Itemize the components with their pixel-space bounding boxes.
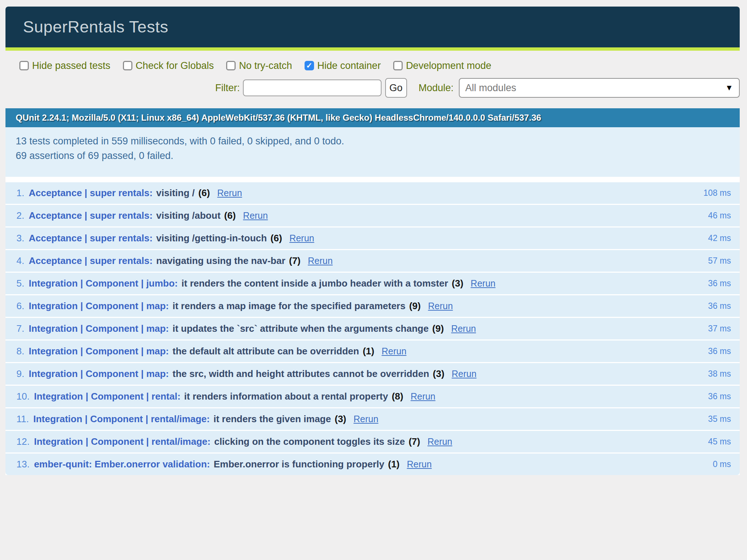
rerun-link[interactable]: Rerun bbox=[382, 346, 406, 357]
assertion-counts: (3) bbox=[433, 368, 445, 380]
test-number: 13. bbox=[16, 459, 30, 470]
checkbox-checked-icon[interactable]: ✓ bbox=[305, 61, 314, 70]
test-runtime: 36 ms bbox=[708, 301, 731, 311]
rerun-link[interactable]: Rerun bbox=[243, 210, 268, 221]
test-runtime: 46 ms bbox=[708, 211, 731, 221]
checkbox-label: No try-catch bbox=[239, 60, 292, 71]
module-label: Module: bbox=[419, 82, 454, 94]
test-runtime: 45 ms bbox=[708, 437, 731, 447]
checkbox-unchecked-icon[interactable] bbox=[123, 61, 132, 70]
module-name: Integration | Component | map: bbox=[29, 323, 169, 334]
rerun-link[interactable]: Rerun bbox=[471, 278, 495, 289]
checkbox-label: Check for Globals bbox=[136, 60, 214, 71]
user-agent-text: QUnit 2.24.1; Mozilla/5.0 (X11; Linux x8… bbox=[16, 113, 541, 123]
rerun-link[interactable]: Rerun bbox=[217, 188, 242, 198]
assertion-counts: (3) bbox=[452, 278, 464, 289]
page-header: SuperRentals Tests bbox=[5, 7, 740, 47]
filter-input[interactable] bbox=[243, 79, 382, 96]
rerun-link[interactable]: Rerun bbox=[428, 301, 453, 311]
test-number: 4. bbox=[16, 255, 24, 267]
test-name: visiting /about bbox=[156, 210, 220, 221]
go-button[interactable]: Go bbox=[385, 78, 407, 98]
module-name: Integration | Component | map: bbox=[29, 300, 169, 312]
test-row[interactable]: 13.ember-qunit: Ember.onerror validation… bbox=[5, 454, 740, 475]
test-name: it renders a map image for the specified… bbox=[173, 300, 406, 312]
test-number: 7. bbox=[16, 323, 24, 334]
assertion-counts: (6) bbox=[198, 187, 210, 199]
module-name: Acceptance | super rentals: bbox=[29, 210, 153, 221]
qunit-toolbar: Hide passed testsCheck for GlobalsNo try… bbox=[5, 51, 740, 108]
test-row[interactable]: 3.Acceptance | super rentals:visiting /g… bbox=[5, 228, 740, 249]
test-name: navigating using the nav-bar bbox=[156, 255, 285, 267]
test-runtime: 57 ms bbox=[708, 256, 731, 266]
test-row[interactable]: 12.Integration | Component | rental/imag… bbox=[5, 431, 740, 452]
test-name: Ember.onerror is functioning properly bbox=[214, 459, 384, 470]
test-name: the default alt attribute can be overrid… bbox=[173, 346, 359, 357]
test-runtime: 35 ms bbox=[708, 414, 731, 424]
toolbar-checkbox-hide-container[interactable]: ✓Hide container bbox=[305, 60, 381, 71]
test-runtime: 38 ms bbox=[708, 369, 731, 379]
test-name: it renders the given image bbox=[213, 413, 331, 425]
toolbar-checkbox-hide-passed-tests[interactable]: Hide passed tests bbox=[19, 60, 111, 71]
test-runtime: 36 ms bbox=[708, 279, 731, 288]
test-runtime: 36 ms bbox=[708, 392, 731, 401]
test-name: it updates the `src` attribute when the … bbox=[173, 323, 429, 334]
rerun-link[interactable]: Rerun bbox=[411, 391, 436, 402]
checkbox-unchecked-icon[interactable] bbox=[393, 61, 403, 70]
test-name: clicking on the component toggles its si… bbox=[214, 436, 405, 447]
test-runtime: 42 ms bbox=[708, 233, 731, 243]
test-row[interactable]: 5.Integration | Component | jumbo:it ren… bbox=[5, 273, 740, 294]
test-row[interactable]: 4.Acceptance | super rentals:navigating … bbox=[5, 250, 740, 272]
test-number: 11. bbox=[16, 413, 29, 425]
toolbar-checkbox-no-try-catch[interactable]: No try-catch bbox=[226, 60, 292, 71]
rerun-link[interactable]: Rerun bbox=[427, 436, 452, 447]
rerun-link[interactable]: Rerun bbox=[407, 459, 432, 470]
test-list: 1.Acceptance | super rentals:visiting /(… bbox=[5, 177, 740, 475]
test-number: 2. bbox=[16, 210, 24, 221]
qunit-container: SuperRentals Tests Hide passed testsChec… bbox=[5, 7, 740, 475]
toolbar-checkbox-development-mode[interactable]: Development mode bbox=[393, 60, 491, 71]
assertion-counts: (1) bbox=[388, 459, 400, 470]
test-name: visiting /getting-in-touch bbox=[156, 233, 267, 244]
test-runtime: 36 ms bbox=[708, 346, 731, 356]
rerun-link[interactable]: Rerun bbox=[452, 369, 476, 379]
module-name: ember-qunit: Ember.onerror validation: bbox=[34, 459, 210, 470]
summary-line-1: 13 tests completed in 559 milliseconds, … bbox=[16, 134, 740, 148]
test-row[interactable]: 7.Integration | Component | map:it updat… bbox=[5, 318, 740, 339]
rerun-link[interactable]: Rerun bbox=[451, 323, 476, 334]
toolbar-checkbox-check-for-globals[interactable]: Check for Globals bbox=[123, 60, 214, 71]
filter-label: Filter: bbox=[215, 82, 240, 94]
test-number: 8. bbox=[16, 346, 24, 357]
test-number: 3. bbox=[16, 233, 24, 244]
test-row[interactable]: 2.Acceptance | super rentals:visiting /a… bbox=[5, 205, 740, 226]
test-name: it renders the content inside a jumbo he… bbox=[182, 278, 448, 289]
test-row[interactable]: 1.Acceptance | super rentals:visiting /(… bbox=[5, 182, 740, 204]
rerun-link[interactable]: Rerun bbox=[353, 414, 378, 424]
module-name: Integration | Component | rental/image: bbox=[34, 436, 210, 447]
test-row[interactable]: 8.Integration | Component | map:the defa… bbox=[5, 341, 740, 362]
result-banner bbox=[5, 47, 740, 51]
test-runtime: 37 ms bbox=[708, 324, 731, 334]
test-name: the src, width and height attributes can… bbox=[173, 368, 429, 380]
assertion-counts: (8) bbox=[392, 391, 403, 402]
checkbox-unchecked-icon[interactable] bbox=[19, 61, 29, 70]
assertion-counts: (3) bbox=[334, 413, 346, 425]
test-row[interactable]: 11.Integration | Component | rental/imag… bbox=[5, 408, 740, 430]
test-runtime: 108 ms bbox=[704, 188, 731, 198]
page-title: SuperRentals Tests bbox=[23, 18, 168, 36]
assertion-counts: (1) bbox=[363, 346, 374, 357]
rerun-link[interactable]: Rerun bbox=[308, 256, 333, 266]
assertion-counts: (6) bbox=[224, 210, 236, 221]
checkbox-label: Hide container bbox=[317, 60, 381, 71]
module-name: Integration | Component | jumbo: bbox=[29, 278, 178, 289]
test-row[interactable]: 6.Integration | Component | map:it rende… bbox=[5, 295, 740, 317]
module-name: Acceptance | super rentals: bbox=[29, 255, 153, 267]
test-number: 1. bbox=[16, 187, 24, 199]
checkbox-unchecked-icon[interactable] bbox=[226, 61, 236, 70]
module-select[interactable]: All modules ▼ bbox=[459, 78, 740, 98]
assertion-counts: (9) bbox=[432, 323, 444, 334]
rerun-link[interactable]: Rerun bbox=[289, 233, 314, 244]
test-row[interactable]: 9.Integration | Component | map:the src,… bbox=[5, 363, 740, 385]
module-selected-value: All modules bbox=[465, 82, 516, 94]
test-row[interactable]: 10.Integration | Component | rental:it r… bbox=[5, 386, 740, 407]
